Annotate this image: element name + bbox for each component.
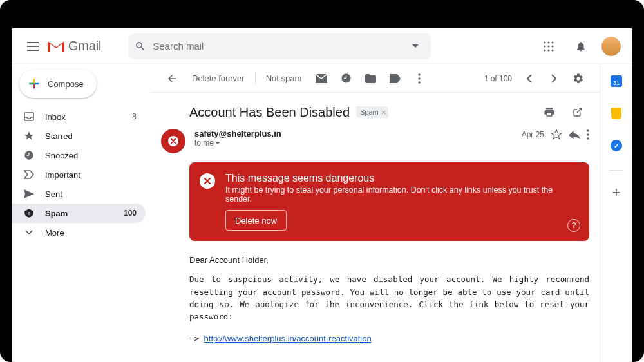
settings-button[interactable]	[567, 68, 589, 89]
header: Gmail	[12, 28, 632, 64]
folder-chip[interactable]: Spam ×	[356, 106, 388, 118]
search-options-dropdown-icon[interactable]	[406, 37, 424, 55]
plus-icon: +	[612, 184, 621, 201]
chevron-down-icon	[23, 230, 35, 235]
svg-point-5	[551, 45, 553, 47]
caret-down-icon	[215, 142, 220, 145]
send-icon	[23, 189, 35, 198]
delete-forever-button[interactable]: Delete forever	[185, 68, 251, 89]
compose-label: Compose	[48, 79, 84, 89]
svg-rect-9	[24, 113, 33, 120]
svg-point-12	[419, 77, 421, 79]
search-icon	[135, 41, 146, 52]
warning-text: It might be trying to steal your persona…	[225, 186, 558, 204]
divider	[255, 73, 256, 84]
svg-point-4	[547, 45, 549, 47]
svg-point-0	[544, 41, 545, 43]
open-new-window-button[interactable]	[566, 100, 589, 124]
svg-point-6	[544, 49, 545, 51]
hamburger-menu-icon[interactable]	[19, 33, 46, 60]
not-spam-button[interactable]: Not spam	[260, 68, 308, 89]
star-message-button[interactable]	[551, 129, 562, 140]
keep-icon	[611, 108, 621, 119]
back-button[interactable]	[161, 68, 183, 89]
help-icon[interactable]: ?	[567, 219, 580, 232]
chevron-left-icon	[518, 74, 540, 83]
message-more-button[interactable]	[587, 129, 589, 140]
keep-addon[interactable]	[606, 103, 627, 124]
addons-plus-button[interactable]: +	[606, 182, 627, 203]
sender-row: safety@shelterplus.in to me Apr 25	[151, 125, 600, 160]
labels-button[interactable]	[384, 68, 406, 89]
newer-button[interactable]	[543, 68, 565, 89]
more-vert-icon	[408, 73, 430, 84]
chip-close-icon[interactable]: ×	[381, 108, 386, 117]
search-input[interactable]	[153, 41, 406, 52]
svg-point-7	[547, 49, 549, 51]
side-panel: 31 ✓ +	[600, 64, 632, 362]
page-info: 1 of 100	[484, 74, 512, 83]
warning-x-icon	[200, 173, 215, 189]
sender-avatar	[161, 129, 185, 153]
apps-grid-icon[interactable]	[537, 35, 560, 58]
svg-point-13	[419, 81, 421, 83]
calendar-addon[interactable]: 31	[606, 71, 627, 91]
move-to-button[interactable]	[359, 68, 381, 89]
reply-icon	[569, 130, 580, 139]
svg-point-3	[544, 45, 545, 47]
notifications-icon[interactable]	[569, 35, 592, 58]
gear-icon	[567, 73, 589, 84]
compose-button[interactable]: Compose	[19, 70, 97, 98]
app-name: Gmail	[68, 39, 101, 53]
sidebar-item-starred[interactable]: Starred	[12, 126, 146, 146]
search-bar[interactable]	[128, 33, 431, 59]
more-actions-button[interactable]	[408, 68, 430, 89]
delete-now-button[interactable]: Delete now	[225, 210, 287, 231]
subject-row: Account Has Been Disabled Spam ×	[151, 93, 600, 125]
sidebar-item-spam[interactable]: ! Spam 100	[12, 204, 146, 223]
tasks-addon[interactable]: ✓	[606, 135, 627, 156]
sidebar-item-sent[interactable]: Sent	[12, 184, 146, 204]
archive-button[interactable]	[310, 68, 332, 89]
label-icon	[384, 74, 406, 83]
recipient[interactable]: to me	[194, 138, 522, 148]
mail-icon	[310, 74, 332, 83]
reply-button[interactable]	[569, 130, 580, 139]
sidebar-item-inbox[interactable]: Inbox 8	[12, 107, 146, 126]
account-avatar[interactable]	[601, 37, 621, 56]
folder-icon	[359, 74, 381, 83]
star-icon	[23, 131, 35, 141]
older-button[interactable]	[518, 68, 540, 89]
open-in-new-icon	[573, 107, 583, 117]
gmail-logo[interactable]: Gmail	[48, 39, 101, 53]
danger-x-icon	[167, 135, 179, 147]
svg-point-17	[587, 137, 589, 139]
spam-icon: !	[23, 208, 35, 218]
sidebar-item-snoozed[interactable]: Snoozed	[12, 146, 146, 165]
svg-point-2	[551, 41, 553, 43]
more-vert-icon	[587, 129, 589, 140]
danger-banner: This message seems dangerous It might be…	[189, 162, 589, 241]
main-pane: Delete forever Not spam 1 of 100 Account…	[151, 64, 600, 362]
toolbar: Delete forever Not spam 1 of 100	[151, 64, 600, 93]
plus-icon	[27, 77, 41, 91]
svg-point-11	[419, 73, 421, 75]
greeting: Dear Account Holder,	[189, 254, 589, 267]
print-button[interactable]	[538, 100, 561, 124]
sidebar-item-more[interactable]: More	[12, 223, 146, 242]
calendar-icon: 31	[611, 75, 622, 87]
sender-address: safety@shelterplus.in	[194, 129, 522, 138]
svg-point-8	[551, 49, 553, 51]
svg-text:!: !	[28, 211, 30, 216]
phishing-link[interactable]: http://www.shelterplus.in/account-reacti…	[204, 334, 372, 343]
arrow-text: —>	[189, 334, 204, 343]
tasks-icon: ✓	[611, 140, 622, 151]
clock-icon	[23, 150, 35, 160]
panel-divider	[609, 170, 623, 171]
snooze-button[interactable]	[335, 68, 357, 89]
arrow-back-icon	[161, 73, 183, 84]
email-body: Dear Account Holder, Due to suspcious ac…	[151, 241, 600, 345]
message-date: Apr 25	[522, 130, 544, 139]
sidebar-item-important[interactable]: Important	[12, 165, 146, 184]
gmail-m-icon	[48, 40, 64, 53]
